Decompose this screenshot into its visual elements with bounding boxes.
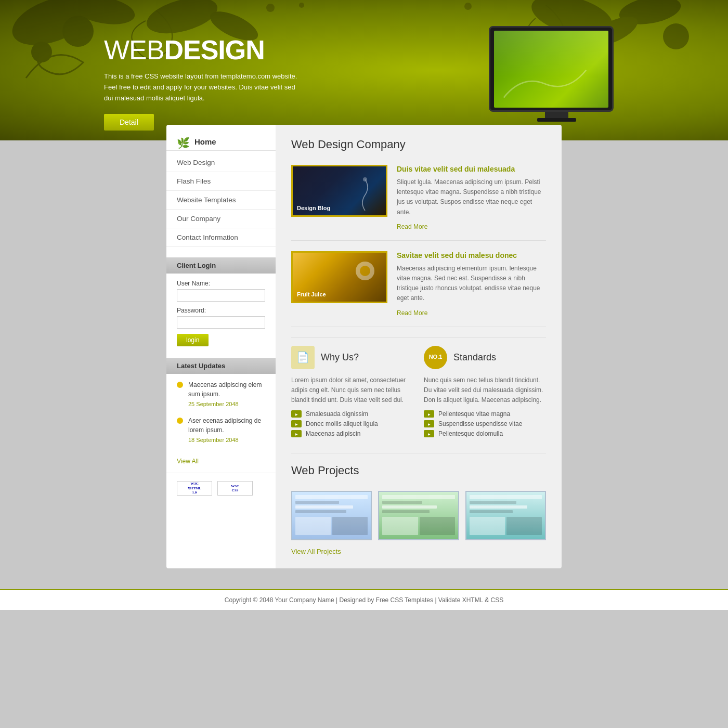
why-us-icon: 📄 <box>291 346 315 369</box>
site-title: WEBDESIGN <box>104 36 302 63</box>
standards-item-3: Pellentesque dolomulla <box>424 430 546 437</box>
client-login-header: Client Login <box>166 257 276 274</box>
why-us-item-1: Smalesuada dignissim <box>291 410 413 418</box>
two-col-section: 📄 Why Us? Lorem ipsum dolor sit amet, co… <box>291 337 546 440</box>
standards-title: NO.1 Standards <box>424 346 546 369</box>
layout: 🌿 Home Web Design Flash Files Website Te… <box>166 125 562 568</box>
standards-item-label-2: Suspendisse uspendisse vitae <box>438 420 522 427</box>
std-bullet-2 <box>424 420 434 427</box>
latest-updates-content: Maecenas adipiscing elem sum ipsum. 25 S… <box>166 374 276 458</box>
badges: W3CXHTML1.0 W3CCSS <box>166 473 276 503</box>
detail-button[interactable]: Detail <box>104 114 154 131</box>
standards-item-1: Pellentesque vitae magna <box>424 410 546 418</box>
post-thumb-2: Fruit Juice <box>291 251 387 303</box>
bullet-icon-2 <box>291 420 302 427</box>
company-title: Web Design Company <box>291 138 546 155</box>
standards-badge-icon: NO.1 <box>424 346 447 369</box>
post-text-2: Maecenas adipiscing elementum ipsum. len… <box>397 264 546 304</box>
update-text-2: Aser ecenas adipiscing de lorem ipsum. 1… <box>188 416 265 445</box>
update-item-2: Aser ecenas adipiscing de lorem ipsum. 1… <box>177 416 265 445</box>
title-web: WEB <box>104 35 164 65</box>
update-bullet-2 <box>177 418 183 424</box>
post-title-2: Savitae velit sed dui malesu donec <box>397 251 546 259</box>
nav-home-label: Home <box>194 137 216 146</box>
username-label: User Name: <box>177 280 265 287</box>
projects-grid <box>291 491 546 540</box>
standards-heading: Standards <box>453 352 496 363</box>
footer: Copyright © 2048 Your Company Name | Des… <box>0 589 728 610</box>
title-design: DESIGN <box>164 35 264 65</box>
post-title-1: Duis vitae velit sed dui malesuada <box>397 165 546 173</box>
main-content: Web Design Company Design Blog Duis vita… <box>276 125 562 568</box>
standards-col: NO.1 Standards Nunc quis sem nec tellus … <box>424 346 546 440</box>
nav-item-website-templates[interactable]: Website Templates <box>166 191 276 210</box>
css-badge: W3CCSS <box>217 481 253 496</box>
why-us-col: 📄 Why Us? Lorem ipsum dolor sit amet, co… <box>291 346 413 440</box>
project-thumb-2[interactable] <box>378 491 459 540</box>
why-us-title: 📄 Why Us? <box>291 346 413 369</box>
view-all-projects[interactable]: View All Projects <box>291 548 546 555</box>
update-item-1: Maecenas adipiscing elem sum ipsum. 25 S… <box>177 380 265 409</box>
bullet-icon-1 <box>291 410 302 418</box>
header: WEBDESIGN This is a free CSS website lay… <box>0 0 728 140</box>
header-description: This is a free CSS website layout from t… <box>104 71 302 103</box>
password-input[interactable] <box>177 316 265 329</box>
bullet-icon-3 <box>291 430 302 437</box>
nav-item-web-design[interactable]: Web Design <box>166 153 276 172</box>
latest-updates-header: Latest Updates <box>166 358 276 374</box>
standards-item-label-3: Pellentesque dolomulla <box>438 430 503 437</box>
monitor-screen <box>494 31 608 108</box>
view-all-updates[interactable]: View All <box>166 458 276 465</box>
why-us-item-label-2: Donec mollis aliquet ligula <box>306 420 378 427</box>
nav-item-our-company[interactable]: Our Company <box>166 210 276 228</box>
post-thumb-label-1: Design Blog <box>297 205 330 211</box>
navigation: 🌿 Home Web Design Flash Files Website Te… <box>166 125 276 252</box>
monitor-graphic <box>489 26 624 125</box>
standards-text: Nunc quis sem nec tellus blandit tincidu… <box>424 375 546 406</box>
projects-section: Web Projects <box>291 453 546 555</box>
standards-item-2: Suspendisse uspendisse vitae <box>424 420 546 427</box>
why-us-item-2: Donec mollis aliquet ligula <box>291 420 413 427</box>
post-info-2: Savitae velit sed dui malesu donec Maece… <box>397 251 546 317</box>
post-text-1: Sliquet lgula. Maecenas adipiscing um ip… <box>397 177 546 217</box>
featured-post-2: Fruit Juice Savitae velit sed dui malesu… <box>291 251 546 327</box>
update-bullet-1 <box>177 382 183 388</box>
main-wrapper: 🌿 Home Web Design Flash Files Website Te… <box>166 125 562 568</box>
svg-point-13 <box>363 177 367 181</box>
post-thumb-1: Design Blog <box>291 165 387 217</box>
update-date-2: 18 September 2048 <box>188 436 265 445</box>
sidebar: 🌿 Home Web Design Flash Files Website Te… <box>166 125 276 568</box>
monitor-frame <box>489 26 614 112</box>
login-button[interactable]: login <box>177 334 209 346</box>
footer-text: Copyright © 2048 Your Company Name | Des… <box>225 596 503 604</box>
username-input[interactable] <box>177 289 265 302</box>
svg-point-15 <box>360 266 370 276</box>
project-thumb-1[interactable] <box>291 491 372 540</box>
xhtml-badge: W3CXHTML1.0 <box>177 481 212 496</box>
client-login-content: User Name: Password: login <box>166 274 276 353</box>
project-thumb-3[interactable] <box>465 491 546 540</box>
why-us-heading: Why Us? <box>321 352 359 363</box>
read-more-2[interactable]: Read More <box>397 309 427 317</box>
std-bullet-3 <box>424 430 434 437</box>
why-us-item-3: Maecenas adipiscin <box>291 430 413 437</box>
latest-updates-box: Latest Updates Maecenas adipiscing elem … <box>166 358 276 465</box>
post-thumb-label-2: Fruit Juice <box>297 291 326 297</box>
update-text-1: Maecenas adipiscing elem sum ipsum. 25 S… <box>188 380 265 409</box>
post-info-1: Duis vitae velit sed dui malesuada Sliqu… <box>397 165 546 231</box>
nav-item-contact-info[interactable]: Contact Information <box>166 228 276 247</box>
std-bullet-1 <box>424 410 434 418</box>
nav-item-home[interactable]: 🌿 Home <box>166 133 276 151</box>
why-us-item-label-3: Maecenas adipiscin <box>306 430 360 437</box>
update-date-1: 25 September 2048 <box>188 400 265 409</box>
header-content: WEBDESIGN This is a free CSS website lay… <box>0 0 728 131</box>
featured-post-1: Design Blog Duis vitae velit sed dui mal… <box>291 165 546 241</box>
nav-item-flash-files[interactable]: Flash Files <box>166 172 276 191</box>
read-more-1[interactable]: Read More <box>397 223 427 230</box>
client-login-box: Client Login User Name: Password: login <box>166 257 276 353</box>
header-text: WEBDESIGN This is a free CSS website lay… <box>104 31 302 131</box>
standards-item-label-1: Pellentesque vitae magna <box>438 410 510 418</box>
why-us-item-label-1: Smalesuada dignissim <box>306 410 368 418</box>
why-us-text: Lorem ipsum dolor sit amet, consectetuer… <box>291 375 413 406</box>
password-label: Password: <box>177 307 265 314</box>
